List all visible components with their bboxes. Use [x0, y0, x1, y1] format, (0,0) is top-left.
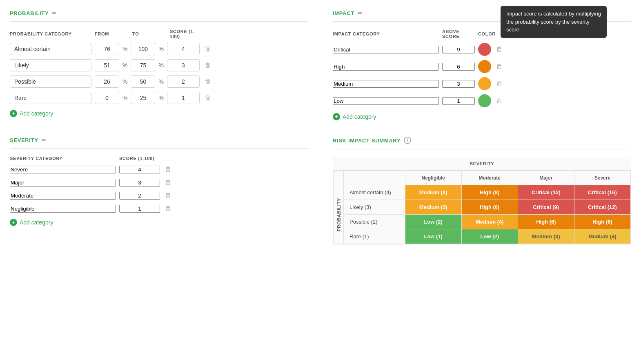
impact-score-input-1[interactable]: [442, 63, 475, 71]
prob-row: % % 🗑: [10, 43, 308, 55]
prob-category-input-1[interactable]: [10, 59, 91, 71]
impact-score-input-2[interactable]: [442, 80, 475, 88]
impact-score-input-0[interactable]: [442, 46, 475, 53]
matrix-severity-header: SEVERITY: [333, 157, 631, 171]
sev-delete-btn-1[interactable]: 🗑: [163, 178, 173, 187]
sev-score-input-1[interactable]: [119, 179, 160, 186]
prob-category-input-3[interactable]: [10, 92, 91, 104]
sev-category-input-0[interactable]: [10, 166, 116, 173]
sev-score-input-2[interactable]: [119, 192, 160, 200]
sev-row: 🗑: [10, 178, 308, 187]
prob-to-input-3[interactable]: [131, 92, 155, 104]
matrix-body: PROBABILITYAlmost certain (4)Medium (4)H…: [334, 185, 631, 244]
impact-row: 🗑: [333, 94, 631, 107]
impact-delete-btn-1[interactable]: 🗑: [494, 62, 504, 71]
sev-score-input-0[interactable]: [119, 166, 160, 173]
prob-add-category-button[interactable]: + Add category: [10, 110, 53, 117]
matrix-header-row: NegligibleModerateMajorSevere: [334, 171, 631, 185]
probability-edit-icon[interactable]: ✏: [52, 10, 57, 16]
probability-title: PROBABILITY: [10, 10, 49, 16]
matrix-row: Rare (1)Low (1)Low (2)Medium (3)Medium (…: [334, 229, 631, 244]
matrix-cell-2-2: High (6): [518, 215, 574, 229]
sev-add-category-button[interactable]: + Add category: [10, 219, 53, 226]
prob-delete-btn-3[interactable]: 🗑: [203, 93, 213, 102]
impact-edit-icon[interactable]: ✏: [358, 10, 363, 16]
prob-delete-btn-0[interactable]: 🗑: [203, 44, 213, 53]
severity-edit-icon[interactable]: ✏: [42, 137, 47, 143]
prob-from-input-1[interactable]: [95, 59, 119, 71]
sev-category-input-3[interactable]: [10, 205, 116, 213]
prob-score-input-2[interactable]: [167, 75, 200, 88]
impact-color-circle-3[interactable]: [478, 94, 491, 107]
severity-title: SEVERITY: [10, 137, 38, 143]
prob-from-input-0[interactable]: [95, 43, 119, 55]
sev-category-input-2[interactable]: [10, 192, 116, 200]
matrix-row: Likely (3)Medium (3)High (6)Critical (9)…: [334, 200, 631, 215]
matrix-probability-label: PROBABILITY: [334, 185, 344, 244]
impact-add-plus-icon: +: [333, 113, 340, 120]
matrix-cell-1-0: Medium (3): [405, 200, 461, 215]
matrix-cell-2-0: Low (2): [405, 215, 461, 229]
impact-col-color-header: COLOR: [478, 31, 503, 36]
prob-from-input-3[interactable]: [95, 92, 119, 104]
impact-category-input-2[interactable]: [333, 80, 439, 88]
prob-to-input-1[interactable]: [131, 59, 155, 71]
sev-category-input-1[interactable]: [10, 179, 116, 186]
severity-rows: 🗑 🗑 🗑 🗑: [10, 165, 308, 213]
impact-delete-btn-0[interactable]: 🗑: [494, 45, 504, 54]
prob-from-input-2[interactable]: [95, 75, 119, 88]
prob-score-input-3[interactable]: [167, 92, 200, 104]
matrix-prob-col-empty: [334, 171, 344, 185]
prob-to-input-2[interactable]: [131, 75, 155, 88]
probability-rows: % % 🗑 % % 🗑 % % 🗑 % % 🗑: [10, 43, 308, 104]
prob-delete-btn-2[interactable]: 🗑: [203, 77, 213, 86]
severity-section: SEVERITY ✏ SEVERITY CATEGORY SCORE (1-10…: [10, 137, 308, 244]
matrix-cell-3-3: Medium (4): [574, 229, 630, 244]
risk-matrix-table: NegligibleModerateMajorSevere PROBABILIT…: [333, 171, 631, 244]
prob-category-input-2[interactable]: [10, 75, 91, 88]
sev-col-score-header: SCORE (1-100): [119, 156, 160, 161]
impact-score-input-3[interactable]: [442, 97, 475, 105]
sev-add-label: Add category: [20, 219, 53, 226]
impact-add-category-button[interactable]: + Add category: [333, 113, 376, 120]
matrix-cell-2-1: Medium (4): [461, 215, 518, 229]
prob-score-input-1[interactable]: [167, 59, 200, 71]
impact-col-category-header: IMPACT CATEGORY: [333, 31, 439, 36]
impact-color-circle-2[interactable]: [478, 77, 491, 90]
sev-delete-btn-0[interactable]: 🗑: [163, 165, 173, 174]
prob-col-to-header: TO: [132, 31, 157, 36]
impact-color-circle-0[interactable]: [478, 43, 491, 56]
impact-category-input-0[interactable]: [333, 46, 439, 53]
impact-color-circle-1[interactable]: [478, 60, 491, 73]
prob-add-plus-icon: +: [10, 110, 17, 117]
sev-delete-btn-2[interactable]: 🗑: [163, 191, 173, 200]
pct-label-1-2: %: [122, 78, 127, 85]
impact-row: 🗑: [333, 60, 631, 73]
prob-delete-btn-1[interactable]: 🗑: [203, 61, 213, 70]
impact-title: IMPACT: [333, 10, 354, 16]
matrix-cell-1-2: Critical (9): [518, 200, 574, 215]
sev-delete-btn-3[interactable]: 🗑: [163, 204, 173, 213]
matrix-row-label-3: Rare (1): [344, 229, 405, 244]
prob-to-input-0[interactable]: [131, 43, 155, 55]
impact-category-input-3[interactable]: [333, 97, 439, 105]
pct-label-1-0: %: [122, 46, 127, 52]
prob-score-input-0[interactable]: [167, 43, 200, 55]
pct-label-2-0: %: [158, 46, 163, 52]
matrix-cell-3-2: Medium (3): [518, 229, 574, 244]
matrix-row-label-0: Almost certain (4): [344, 185, 405, 200]
impact-section: IMPACT ✏ Impact score is calculated by m…: [333, 10, 631, 120]
sev-col-category-header: SEVERITY CATEGORY: [10, 156, 116, 161]
prob-col-category-header: PROBABILITY CATEGORY: [10, 31, 91, 36]
impact-delete-btn-2[interactable]: 🗑: [494, 79, 504, 88]
matrix-col-header-2: Major: [518, 171, 574, 185]
impact-category-input-1[interactable]: [333, 63, 439, 71]
matrix-cell-2-3: High (8): [574, 215, 630, 229]
impact-delete-btn-3[interactable]: 🗑: [494, 96, 504, 105]
prob-add-label: Add category: [20, 110, 53, 117]
matrix-cell-1-3: Critical (12): [574, 200, 630, 215]
matrix-col-header-1: Moderate: [461, 171, 518, 185]
sev-score-input-3[interactable]: [119, 205, 160, 213]
prob-category-input-0[interactable]: [10, 43, 91, 55]
risk-summary-info-icon[interactable]: i: [404, 137, 411, 144]
